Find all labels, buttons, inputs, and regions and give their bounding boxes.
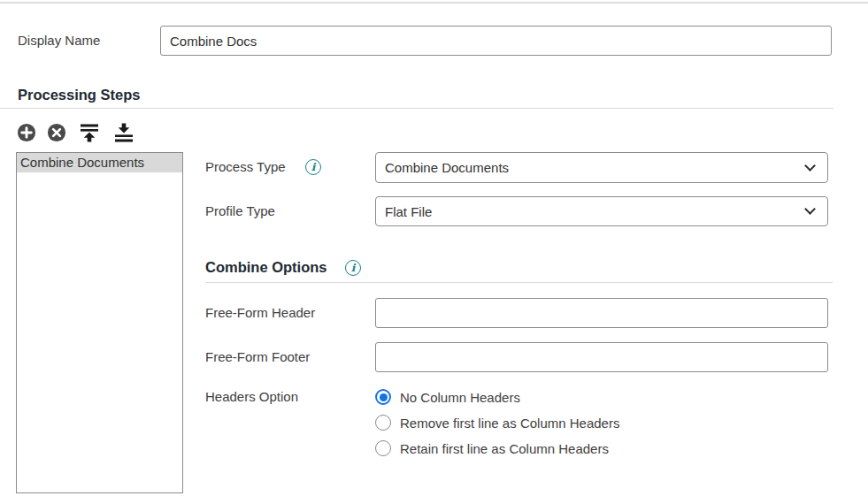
radio-option-no-column-headers[interactable]: No Column Headers: [375, 389, 619, 405]
processing-steps-list: Combine Documents: [16, 152, 183, 493]
processing-steps-title: Processing Steps: [18, 87, 140, 103]
process-type-label: Process Type: [205, 159, 286, 174]
info-icon[interactable]: i: [345, 260, 361, 276]
radio-button[interactable]: [375, 389, 391, 405]
free-form-footer-label: Free-Form Footer: [205, 349, 310, 364]
move-to-top-icon[interactable]: [79, 122, 100, 143]
info-icon[interactable]: i: [305, 159, 321, 175]
combine-options-divider: [206, 282, 833, 283]
radio-button[interactable]: [375, 415, 391, 431]
display-name-input[interactable]: [160, 26, 832, 56]
profile-type-label: Profile Type: [205, 203, 275, 218]
free-form-header-input[interactable]: [375, 298, 828, 328]
combine-options-title: Combine Options: [205, 259, 327, 276]
headers-option-label: Headers Option: [205, 389, 298, 404]
process-type-select[interactable]: Combine Documents: [375, 152, 828, 183]
move-to-bottom-icon[interactable]: [113, 122, 134, 143]
profile-type-select[interactable]: Flat File: [375, 196, 828, 226]
radio-label: Retain first line as Column Headers: [400, 441, 609, 456]
processing-steps-divider: [0, 108, 833, 109]
display-name-label: Display Name: [18, 33, 100, 48]
top-divider: [0, 2, 868, 4]
radio-button[interactable]: [375, 440, 391, 456]
radio-option-retain-first-line[interactable]: Retain first line as Column Headers: [375, 440, 619, 456]
list-item[interactable]: Combine Documents: [17, 153, 182, 172]
free-form-footer-input[interactable]: [375, 342, 828, 372]
radio-option-remove-first-line[interactable]: Remove first line as Column Headers: [375, 415, 619, 431]
add-icon[interactable]: [16, 122, 37, 143]
radio-label: Remove first line as Column Headers: [400, 416, 619, 431]
free-form-header-label: Free-Form Header: [205, 305, 315, 320]
headers-option-radio-group: No Column Headers Remove first line as C…: [375, 389, 619, 456]
remove-icon[interactable]: [46, 122, 67, 143]
processing-steps-toolbar: [16, 122, 134, 143]
radio-label: No Column Headers: [400, 390, 520, 405]
